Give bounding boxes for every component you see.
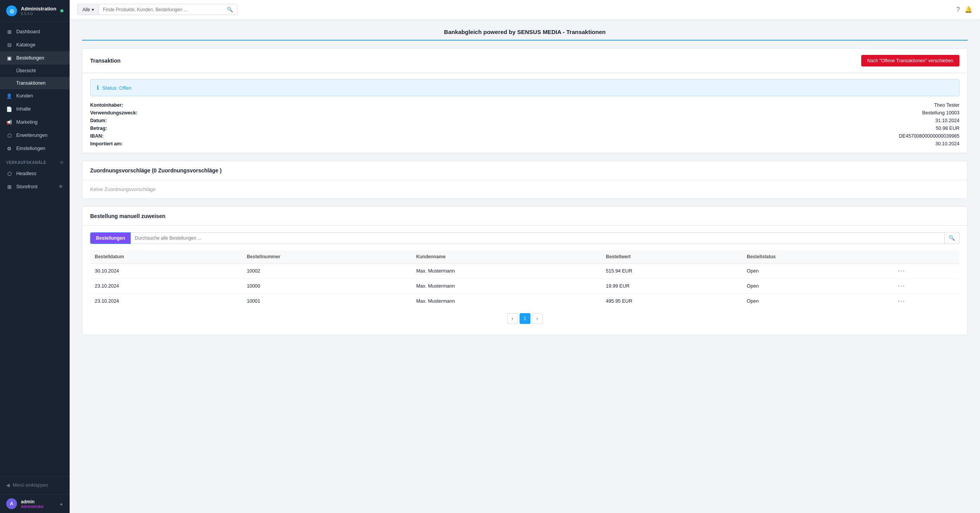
zuordnung-card-header: Zuordnungsvorschläge (0 Zuordnungsvorsch…	[82, 161, 967, 180]
book-icon: ⊟	[6, 42, 12, 48]
manual-assign-card: Bestellung manuell zuweisen Bestellungen…	[82, 206, 968, 335]
status-banner: ℹ Status: Offen	[90, 79, 959, 96]
detail-label: Importiert am:	[90, 141, 152, 147]
cell-customer: Max. Mustermann	[412, 279, 601, 294]
collapse-menu-button[interactable]: ◀ Menü einklappen	[6, 480, 63, 490]
file-icon: 📄	[6, 106, 12, 112]
sidebar-item-storefront[interactable]: ⊞ Storefront 👁	[0, 180, 70, 193]
sidebar-item-kunden[interactable]: 👤 Kunden	[0, 89, 70, 102]
topbar: Alle ▾ 🔍 ? 🔔	[70, 0, 980, 19]
sidebar-item-kataloge[interactable]: ⊟ Kataloge	[0, 38, 70, 51]
sidebar-item-headless[interactable]: ⬡ Headless	[0, 167, 70, 180]
cell-value: 19.99 EUR	[601, 279, 742, 294]
gear-icon: ⚙	[6, 145, 12, 152]
detail-row-iban: IBAN: DE45700800000000039985	[90, 133, 959, 139]
detail-row-betrag: Betrag: 50.98 EUR	[90, 126, 959, 131]
notifications-icon[interactable]: 🔔	[965, 6, 972, 13]
transaction-card-body: ℹ Status: Offen Kontoinhaber: Theo Teste…	[82, 73, 967, 153]
sidebar-nav: ⊞ Dashboard ⊟ Kataloge ▣ Bestellungen Üb…	[0, 22, 70, 476]
col-bestelldatum: Bestelldatum	[90, 250, 242, 264]
search-input[interactable]	[99, 5, 223, 15]
col-bestellnummer: Bestellnummer	[242, 250, 412, 264]
row-actions-button[interactable]: ···	[898, 298, 905, 305]
sidebar-item-label: Headless	[16, 171, 36, 176]
pagination-page-1-button[interactable]: 1	[520, 313, 530, 324]
detail-label: Betrag:	[90, 126, 152, 131]
orders-tab-button[interactable]: Bestellungen	[90, 232, 131, 244]
orders-table: Bestelldatum Bestellnummer Kundenname Be…	[90, 250, 959, 308]
headless-icon: ⬡	[6, 170, 12, 177]
search-filter-label: Alle	[82, 7, 90, 12]
pagination-next-button[interactable]: ›	[532, 313, 543, 324]
sidebar-item-marketing[interactable]: 📢 Marketing	[0, 116, 70, 129]
cell-date: 30.10.2024	[90, 264, 242, 279]
detail-row-kontoinhaber: Kontoinhaber: Theo Tester	[90, 102, 959, 108]
transaction-card-title: Transaktion	[90, 58, 121, 64]
sidebar-item-uebersicht[interactable]: Übersicht	[0, 65, 70, 77]
row-actions-button[interactable]: ···	[898, 268, 905, 274]
cell-actions: ···	[893, 264, 959, 279]
sidebar-item-label: Storefront	[16, 184, 38, 189]
order-search-submit[interactable]: 🔍	[945, 232, 959, 244]
chevron-down-icon: ▾	[92, 7, 94, 12]
table-header-row: Bestelldatum Bestellnummer Kundenname Be…	[90, 250, 959, 264]
transaction-details: Kontoinhaber: Theo Tester Verwendungszwe…	[90, 102, 959, 147]
table-row: 23.10.2024 10000 Max. Mustermann 19.99 E…	[90, 279, 959, 294]
transaction-card-header: Transaktion Nach "Offene Transaktionen" …	[82, 49, 967, 73]
pagination-prev-button[interactable]: ‹	[507, 313, 518, 324]
page-content: Bankabgleich powered by SENSUS MEDIA - T…	[70, 19, 980, 513]
order-search-input[interactable]	[131, 232, 945, 244]
cell-customer: Max. Mustermann	[412, 264, 601, 279]
col-bestellstatus: Bestellstatus	[742, 250, 893, 264]
table-row: 30.10.2024 10002 Max. Mustermann 515.94 …	[90, 264, 959, 279]
search-submit-button[interactable]: 🔍	[223, 4, 237, 15]
detail-label: Kontoinhaber:	[90, 102, 152, 108]
manual-assign-card-header: Bestellung manuell zuweisen	[82, 207, 967, 226]
sales-section-header: Verkaufskanäle ⚙	[0, 155, 70, 167]
sidebar-item-label: Erweiterungen	[16, 133, 48, 138]
sidebar-header: ◎ Administration 6.5.4.0	[0, 0, 70, 22]
row-actions-button[interactable]: ···	[898, 283, 905, 290]
detail-value: 30.10.2024	[935, 141, 959, 147]
zuordnung-card-title: Zuordnungsvorschläge (0 Zuordnungsvorsch…	[90, 167, 222, 174]
grid-icon: ⊞	[6, 29, 12, 35]
cell-actions: ···	[893, 279, 959, 294]
avatar: A	[6, 498, 17, 509]
page-title: Bankabgleich powered by SENSUS MEDIA - T…	[82, 29, 968, 41]
box-icon: ▣	[6, 55, 12, 61]
cell-value: 495.95 EUR	[601, 294, 742, 309]
user-bar[interactable]: A admin Administrator ▲	[0, 494, 70, 513]
cell-status: Open	[742, 279, 893, 294]
sidebar-footer: ◀ Menü einklappen	[0, 476, 70, 494]
detail-row-importiert: Importiert am: 30.10.2024	[90, 141, 959, 147]
app-name: Administration	[21, 6, 56, 12]
sidebar-item-bestellungen[interactable]: ▣ Bestellungen	[0, 51, 70, 65]
sidebar-item-transaktionen[interactable]: Transaktionen	[0, 77, 70, 89]
main-area: Alle ▾ 🔍 ? 🔔 Bankabgleich powered by SEN…	[70, 0, 980, 513]
sales-section-gear[interactable]: ⚙	[60, 160, 64, 165]
col-actions	[893, 250, 959, 264]
cell-number: 10000	[242, 279, 412, 294]
puzzle-icon: ⬡	[6, 132, 12, 138]
col-bestellwert: Bestellwert	[601, 250, 742, 264]
detail-value: Bestellung 10003	[922, 110, 959, 116]
sidebar-item-erweiterungen[interactable]: ⬡ Erweiterungen	[0, 129, 70, 142]
sidebar-item-label: Transaktionen	[16, 80, 46, 86]
orders-table-head: Bestelldatum Bestellnummer Kundenname Be…	[90, 250, 959, 264]
sidebar-item-label: Marketing	[16, 119, 38, 125]
storefront-eye-icon[interactable]: 👁	[58, 184, 63, 189]
megaphone-icon: 📢	[6, 119, 12, 125]
search-filter-button[interactable]: Alle ▾	[78, 5, 99, 15]
sidebar-item-dashboard[interactable]: ⊞ Dashboard	[0, 25, 70, 38]
detail-value: 50.98 EUR	[936, 126, 959, 131]
sidebar-item-einstellungen[interactable]: ⚙ Einstellungen	[0, 142, 70, 155]
sidebar-item-label: Einstellungen	[16, 146, 45, 151]
col-kundenname: Kundenname	[412, 250, 601, 264]
person-icon: 👤	[6, 93, 12, 99]
move-to-open-button[interactable]: Nach "Offene Transaktionen" verschieben	[861, 55, 959, 66]
sidebar-item-inhalte[interactable]: 📄 Inhalte	[0, 102, 70, 116]
table-row: 23.10.2024 10001 Max. Mustermann 495.95 …	[90, 294, 959, 309]
user-chevron-icon: ▲	[59, 501, 63, 506]
help-icon[interactable]: ?	[956, 6, 960, 13]
app-version: 6.5.4.0	[21, 12, 56, 16]
